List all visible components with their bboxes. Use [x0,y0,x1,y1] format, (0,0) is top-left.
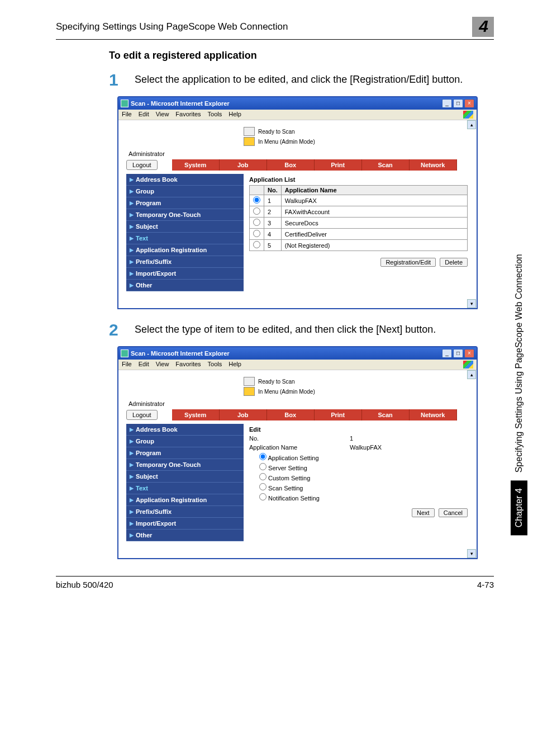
sidebar-label: Prefix/Suffix [136,508,172,515]
appname-label: Application Name [249,444,350,451]
menu-edit[interactable]: Edit [139,361,149,368]
delete-button[interactable]: Delete [440,258,468,267]
sidebar-item-prefix-suffix[interactable]: ▶Prefix/Suffix [126,506,244,518]
ie-icon [121,100,129,107]
col-no: No. [264,186,282,195]
sidebar-item-program[interactable]: ▶Program [126,447,244,459]
tab-scan[interactable]: Scan [362,159,410,171]
edit-title: Edit [249,426,468,433]
maximize-button[interactable]: □ [453,99,463,108]
cell-no: 2 [264,206,282,218]
radio-notification-setting[interactable]: Notification Setting [259,495,320,502]
maximize-button[interactable]: □ [453,349,463,358]
printer-icon [244,377,255,386]
radio-application-setting[interactable]: Application Setting [259,455,319,461]
menu-edit[interactable]: Edit [139,111,149,119]
scroll-down-arrow[interactable]: ▾ [467,299,476,308]
radio-label: Custom Setting [268,475,310,481]
menu-file[interactable]: File [122,111,132,119]
sidebar-item-other[interactable]: ▶Other [126,530,244,541]
minimize-button[interactable]: _ [442,99,452,108]
window-title: Scan - Microsoft Internet Explorer [131,100,442,107]
tab-network[interactable]: Network [410,159,457,171]
logout-button[interactable]: Logout [126,160,158,170]
row-radio-4[interactable] [253,230,260,237]
close-button[interactable]: × [464,99,474,108]
menu-help[interactable]: Help [229,361,241,368]
radio-custom-setting[interactable]: Custom Setting [259,475,310,481]
radio-label: Notification Setting [268,495,320,502]
page-header: Specifying Settings Using PageScope Web … [56,17,494,40]
sidebar-item-import-export[interactable]: ▶Import/Export [126,268,244,280]
footer-right: 4-73 [477,580,494,589]
sidebar-label: Import/Export [136,270,176,277]
sidebar-item-group[interactable]: ▶Group [126,436,244,447]
menu-help[interactable]: Help [229,111,241,119]
menu-view[interactable]: View [156,111,169,119]
row-radio-5[interactable] [253,241,260,248]
sidebar-label: Other [136,532,152,538]
logout-button[interactable]: Logout [126,410,158,420]
status-area: Ready to Scan In Menu (Admin Mode) [244,127,473,146]
sidebar-item-temporary-one-touch[interactable]: ▶Temporary One-Touch [126,459,244,471]
sidebar-item-other[interactable]: ▶Other [126,280,244,291]
close-button[interactable]: × [464,349,474,358]
tab-system[interactable]: System [172,409,220,420]
tab-job[interactable]: Job [220,409,267,420]
menu-favorites[interactable]: Favorites [175,361,201,368]
section-title: To edit a registered application [109,50,494,62]
tab-print[interactable]: Print [315,409,362,420]
radio-server-setting[interactable]: Server Setting [259,465,307,471]
sidebar-label: Application Registration [136,497,207,503]
sidebar-item-application-registration[interactable]: ▶Application Registration [126,244,244,256]
sidebar-item-application-registration[interactable]: ▶Application Registration [126,494,244,506]
radio-scan-setting[interactable]: Scan Setting [259,485,303,492]
row-radio-3[interactable] [253,219,260,226]
scroll-up-arrow[interactable]: ▴ [467,120,476,129]
tab-scan[interactable]: Scan [362,409,410,420]
next-button[interactable]: Next [412,508,435,517]
radio-label: Application Setting [268,455,318,461]
tab-network[interactable]: Network [410,409,457,420]
sidebar-item-address-book[interactable]: ▶Address Book [126,424,244,436]
cell-name: SecureDocs [281,218,467,229]
ie-icon [121,349,129,357]
menu-favorites[interactable]: Favorites [175,111,201,119]
tab-print[interactable]: Print [315,159,362,171]
menu-file[interactable]: File [122,361,132,368]
cell-name: (Not Registered) [281,240,467,251]
cancel-button[interactable]: Cancel [439,508,468,517]
scroll-down-arrow[interactable]: ▾ [467,549,476,558]
sidebar-item-subject[interactable]: ▶Subject [126,221,244,233]
minimize-button[interactable]: _ [442,349,452,358]
sidebar-item-temporary-one-touch[interactable]: ▶Temporary One-Touch [126,209,244,221]
sidebar-item-import-export[interactable]: ▶Import/Export [126,518,244,530]
registration-edit-button[interactable]: Registration/Edit [380,258,436,267]
sidebar-item-prefix-suffix[interactable]: ▶Prefix/Suffix [126,256,244,268]
menu-tools[interactable]: Tools [208,361,222,368]
sidebar-item-subject[interactable]: ▶Subject [126,471,244,483]
sidebar-label: Text [136,235,148,242]
tab-box[interactable]: Box [267,159,315,171]
row-radio-2[interactable] [253,207,260,215]
menu-view[interactable]: View [156,361,169,368]
table-row: 4CertifiedDeliver [250,229,468,240]
sidebar-label: Address Book [136,176,178,183]
sidebar-item-text[interactable]: ▶Text [126,233,244,244]
cell-no: 5 [264,240,282,251]
step-2-text: Select the type of item to be edited, an… [135,322,436,338]
header-title: Specifying Settings Using PageScope Web … [56,21,467,32]
scroll-up-arrow[interactable]: ▴ [467,370,476,379]
sidebar-item-address-book[interactable]: ▶Address Book [126,174,244,186]
sidebar-item-program[interactable]: ▶Program [126,197,244,209]
sidebar-item-group[interactable]: ▶Group [126,186,244,197]
sidebar-item-text[interactable]: ▶Text [126,483,244,494]
menu-tools[interactable]: Tools [208,111,222,119]
tab-system[interactable]: System [172,159,220,171]
window-titlebar: Scan - Microsoft Internet Explorer _ □ × [118,347,477,360]
tab-job[interactable]: Job [220,159,267,171]
tab-box[interactable]: Box [267,409,315,420]
menu-bar: File Edit View Favorites Tools Help [118,360,477,370]
row-radio-1[interactable] [253,196,260,204]
status-text-1: Ready to Scan [258,129,295,135]
